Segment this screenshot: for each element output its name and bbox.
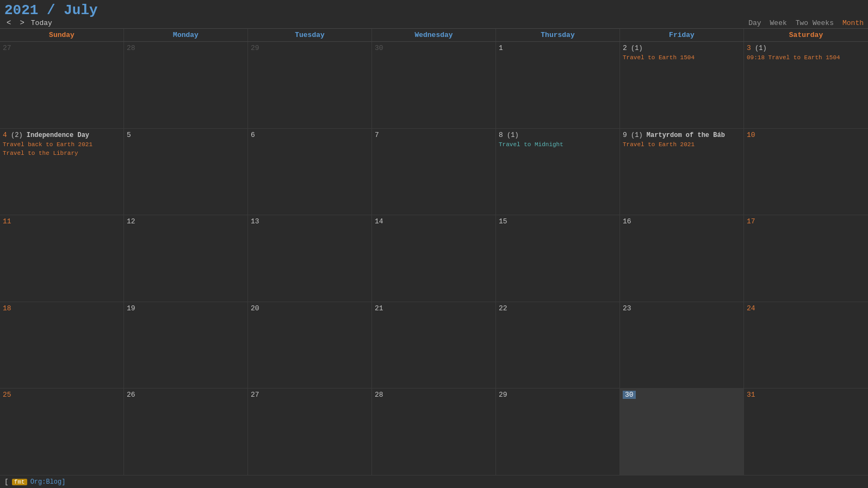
- event[interactable]: Travel to Midnight: [499, 141, 617, 149]
- week-row: 25 26 27 28 29 30 31: [0, 389, 868, 475]
- header-wednesday: Wednesday: [372, 29, 496, 41]
- calendar-title: 2021 / July: [4, 2, 864, 18]
- day-cell-23[interactable]: 23: [620, 302, 744, 389]
- week-row: 11 12 13 14 15 16 17: [0, 215, 868, 302]
- day-cell[interactable]: 30: [372, 42, 496, 128]
- day-cell-15[interactable]: 15: [496, 215, 620, 302]
- view-day[interactable]: Day: [748, 19, 761, 27]
- day-cell-27[interactable]: 27: [248, 389, 372, 475]
- event[interactable]: Travel back to Earth 2021: [3, 141, 121, 149]
- day-cell-11[interactable]: 11: [0, 215, 124, 302]
- day-cell-19[interactable]: 19: [124, 302, 248, 389]
- view-options: Day Week Two Weeks Month: [748, 19, 864, 27]
- week-row: 18 19 20 21 22 23 24: [0, 302, 868, 389]
- next-button[interactable]: >: [17, 18, 26, 27]
- day-cell-13[interactable]: 13: [248, 215, 372, 302]
- event[interactable]: 09:18 Travel to Earth 1504: [747, 54, 865, 62]
- view-week[interactable]: Week: [770, 19, 787, 27]
- day-cell-7[interactable]: 7: [372, 129, 496, 215]
- day-cell-28[interactable]: 28: [372, 389, 496, 475]
- event[interactable]: Travel to the Library: [3, 149, 121, 158]
- day-cell-2[interactable]: 2 (1) Travel to Earth 1504: [620, 42, 744, 128]
- footer-label: Org:Blog]: [30, 478, 66, 486]
- event[interactable]: Travel to Earth 2021: [623, 141, 741, 149]
- day-cell-1[interactable]: 1: [496, 42, 620, 128]
- day-cell-16[interactable]: 16: [620, 215, 744, 302]
- day-headers: Sunday Monday Tuesday Wednesday Thursday…: [0, 29, 868, 42]
- day-cell-25[interactable]: 25: [0, 389, 124, 475]
- day-cell-8[interactable]: 8 (1) Travel to Midnight: [496, 129, 620, 215]
- day-cell-6[interactable]: 6: [248, 129, 372, 215]
- footer-tag: fmt: [12, 479, 27, 485]
- header-thursday: Thursday: [496, 29, 620, 41]
- day-cell-12[interactable]: 12: [124, 215, 248, 302]
- day-cell-29[interactable]: 29: [496, 389, 620, 475]
- header-monday: Monday: [124, 29, 248, 41]
- header-friday: Friday: [620, 29, 744, 41]
- day-cell-24[interactable]: 24: [744, 302, 868, 389]
- day-cell-21[interactable]: 21: [372, 302, 496, 389]
- day-cell-17[interactable]: 17: [744, 215, 868, 302]
- day-cell-26[interactable]: 26: [124, 389, 248, 475]
- day-cell[interactable]: 27: [0, 42, 124, 128]
- day-cell-5[interactable]: 5: [124, 129, 248, 215]
- day-cell-3[interactable]: 3 (1) 09:18 Travel to Earth 1504: [744, 42, 868, 128]
- event[interactable]: Travel to Earth 1504: [623, 54, 741, 62]
- day-cell-20[interactable]: 20: [248, 302, 372, 389]
- calendar-grid: 27 28 29 30 1 2 (1) Travel to Earth 1504…: [0, 42, 868, 475]
- today-button[interactable]: Today: [31, 19, 52, 27]
- day-cell-18[interactable]: 18: [0, 302, 124, 389]
- day-cell-10[interactable]: 10: [744, 129, 868, 215]
- day-cell-9[interactable]: 9 (1) Martyrdom of the Báb Travel to Ear…: [620, 129, 744, 215]
- day-cell[interactable]: 28: [124, 42, 248, 128]
- week-row: 27 28 29 30 1 2 (1) Travel to Earth 1504…: [0, 42, 868, 129]
- header-sunday: Sunday: [0, 29, 124, 41]
- view-month[interactable]: Month: [842, 19, 864, 27]
- day-cell-14[interactable]: 14: [372, 215, 496, 302]
- day-cell[interactable]: 29: [248, 42, 372, 128]
- view-two-weeks[interactable]: Two Weeks: [796, 19, 834, 27]
- title-year: 2021: [4, 2, 38, 18]
- day-cell-31[interactable]: 31: [744, 389, 868, 475]
- day-cell-4[interactable]: 4 (2) Independence Day Travel back to Ea…: [0, 129, 124, 215]
- prev-button[interactable]: <: [4, 18, 13, 27]
- header-saturday: Saturday: [744, 29, 868, 41]
- footer: [ fmt Org:Blog]: [0, 475, 868, 488]
- day-cell-30-today[interactable]: 30: [620, 389, 744, 475]
- day-cell-22[interactable]: 22: [496, 302, 620, 389]
- open-bracket: [: [4, 478, 9, 486]
- week-row: 4 (2) Independence Day Travel back to Ea…: [0, 129, 868, 216]
- header-tuesday: Tuesday: [248, 29, 372, 41]
- calendar: Sunday Monday Tuesday Wednesday Thursday…: [0, 28, 868, 475]
- title-month: July: [64, 2, 97, 18]
